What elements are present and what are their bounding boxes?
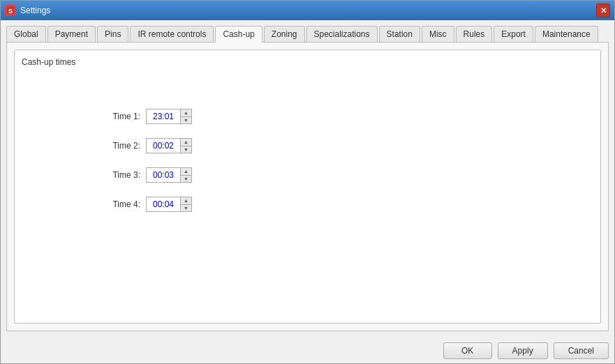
time-label-1: Time 1: xyxy=(105,112,140,121)
apply-button[interactable]: Apply xyxy=(498,342,548,359)
time-input-wrap-3: ▲▼ xyxy=(146,167,192,183)
time-fields: Time 1:▲▼Time 2:▲▼Time 3:▲▼Time 4:▲▼ xyxy=(105,109,593,212)
time-input-1[interactable] xyxy=(147,109,180,123)
tab-pins[interactable]: Pins xyxy=(97,26,128,42)
time-input-3[interactable] xyxy=(147,168,180,182)
spin-down-3[interactable]: ▼ xyxy=(181,175,191,183)
spin-down-2[interactable]: ▼ xyxy=(181,146,191,153)
title-bar-left: S Settings xyxy=(5,5,50,16)
tab-station[interactable]: Station xyxy=(379,26,420,42)
settings-window: S Settings ✕ GlobalPaymentPinsIR remote … xyxy=(0,0,615,364)
tab-rules[interactable]: Rules xyxy=(456,26,493,42)
tab-specializations[interactable]: Specializations xyxy=(306,26,378,42)
footer: OK Apply Cancel xyxy=(1,337,614,363)
time-row-4: Time 4:▲▼ xyxy=(105,197,593,212)
tab-ir-remote[interactable]: IR remote controls xyxy=(130,26,214,42)
title-bar: S Settings ✕ xyxy=(1,1,614,20)
time-input-2[interactable] xyxy=(147,139,180,153)
ok-button[interactable]: OK xyxy=(443,342,492,359)
tab-zoning[interactable]: Zoning xyxy=(264,26,305,42)
spin-up-1[interactable]: ▲ xyxy=(181,109,191,116)
cashup-times-group: Cash-up times Time 1:▲▼Time 2:▲▼Time 3:▲… xyxy=(14,50,601,324)
svg-text:S: S xyxy=(8,8,13,14)
tab-maintenance[interactable]: Maintenance xyxy=(535,26,598,42)
spin-up-3[interactable]: ▲ xyxy=(181,168,191,175)
tab-export[interactable]: Export xyxy=(494,26,533,42)
time-input-wrap-1: ▲▼ xyxy=(146,109,192,124)
spin-down-4[interactable]: ▼ xyxy=(181,204,191,212)
time-label-3: Time 3: xyxy=(105,170,140,180)
time-row-3: Time 3:▲▼ xyxy=(105,167,593,183)
time-input-wrap-2: ▲▼ xyxy=(146,138,192,153)
tab-payment[interactable]: Payment xyxy=(47,26,96,42)
time-label-2: Time 2: xyxy=(105,141,140,151)
close-button[interactable]: ✕ xyxy=(596,3,610,17)
tab-global[interactable]: Global xyxy=(6,26,46,42)
window-content: GlobalPaymentPinsIR remote controlsCash-… xyxy=(1,20,614,337)
tab-misc[interactable]: Misc xyxy=(422,26,454,42)
spin-up-4[interactable]: ▲ xyxy=(181,197,191,204)
tabs-bar: GlobalPaymentPinsIR remote controlsCash-… xyxy=(6,26,609,43)
spin-up-2[interactable]: ▲ xyxy=(181,139,191,146)
time-row-2: Time 2:▲▼ xyxy=(105,138,593,153)
time-input-4[interactable] xyxy=(147,197,180,211)
tab-cash-up[interactable]: Cash-up xyxy=(215,26,262,43)
app-icon: S xyxy=(5,5,16,16)
spin-down-1[interactable]: ▼ xyxy=(181,116,191,124)
time-input-wrap-4: ▲▼ xyxy=(146,197,192,212)
panel-group-title: Cash-up times xyxy=(22,57,593,67)
cancel-button[interactable]: Cancel xyxy=(554,342,609,359)
time-row-1: Time 1:▲▼ xyxy=(105,109,593,124)
time-label-4: Time 4: xyxy=(105,199,140,209)
window-title: Settings xyxy=(20,6,50,15)
tab-panel-cashup: Cash-up times Time 1:▲▼Time 2:▲▼Time 3:▲… xyxy=(6,43,609,331)
